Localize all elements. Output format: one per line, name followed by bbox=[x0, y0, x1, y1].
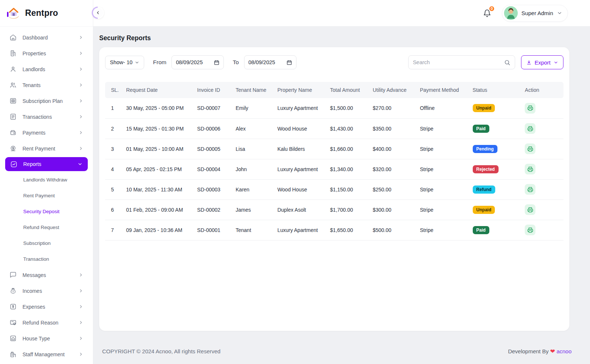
column-header: Status bbox=[471, 82, 523, 98]
sidebar-item-label: Messages bbox=[22, 272, 73, 278]
cell-total: $1,500.00 bbox=[328, 98, 371, 118]
cell-date: 10 Mar, 2025 - 11:30 AM bbox=[124, 179, 195, 200]
sidebar-item-properties[interactable]: Properties bbox=[0, 45, 93, 61]
top-header: 0 Super Admin bbox=[93, 0, 590, 26]
to-date-input[interactable] bbox=[249, 59, 284, 65]
print-button[interactable] bbox=[525, 164, 535, 174]
incomes-icon bbox=[10, 287, 17, 294]
table-toolbar: Show- 10 From To bbox=[99, 47, 569, 77]
sidebar: Rentpro DashboardPropertiesLandlordsTena… bbox=[0, 0, 93, 364]
sidebar-collapse-button[interactable] bbox=[92, 7, 104, 19]
show-entries-value: Show- 10 bbox=[110, 59, 132, 65]
chevron-right-icon bbox=[79, 304, 83, 309]
sidebar-item-label: Reports bbox=[23, 161, 72, 167]
page-footer: COPYRIGHT © 2024 Acnoo, All rights Reser… bbox=[93, 341, 590, 364]
acnoo-link[interactable]: acnoo bbox=[556, 348, 572, 354]
table-row: 215 May, 2025 - 01:30 PMSD-00006AlexWood… bbox=[105, 118, 563, 139]
status-badge: Paid bbox=[473, 226, 489, 234]
cell-property: Wood House bbox=[275, 179, 328, 200]
calendar-icon[interactable] bbox=[287, 60, 292, 65]
sidebar-item-transactions[interactable]: Transactions bbox=[0, 109, 93, 125]
search-icon[interactable] bbox=[504, 59, 510, 66]
cell-status: Pending bbox=[471, 139, 523, 159]
sidebar-item-subscription-plan[interactable]: Subscription Plan bbox=[0, 93, 93, 109]
cell-utility: $350.00 bbox=[371, 118, 418, 139]
cell-action bbox=[523, 220, 563, 240]
chevron-right-icon bbox=[79, 114, 83, 119]
cell-property: Luxury Apartment bbox=[275, 98, 328, 118]
house-type-icon bbox=[10, 335, 17, 342]
print-button[interactable] bbox=[525, 204, 535, 215]
sidebar-item-dashboard[interactable]: Dashboard bbox=[0, 30, 93, 45]
from-date-input[interactable] bbox=[176, 59, 211, 65]
print-button[interactable] bbox=[525, 103, 535, 114]
print-button[interactable] bbox=[525, 184, 535, 195]
chevron-right-icon bbox=[79, 273, 83, 277]
cell-tenant: Alex bbox=[233, 118, 275, 139]
sidebar-item-rent-payment[interactable]: Rent Payment bbox=[0, 141, 93, 156]
submenu-item-security-deposit[interactable]: Security Deposit bbox=[0, 204, 93, 219]
column-header: Utility Advance bbox=[371, 82, 418, 98]
cell-date: 05 Apr, 2025 - 02:15 PM bbox=[124, 159, 195, 179]
cell-sl: 2 bbox=[105, 118, 124, 139]
cell-property: Wood House bbox=[275, 118, 328, 139]
security-reports-table: SL.Request DateInvoice IDTenant NameProp… bbox=[105, 82, 563, 240]
submenu-item-subscription[interactable]: Subscription bbox=[0, 235, 93, 251]
messages-icon bbox=[10, 271, 17, 278]
printer-icon bbox=[527, 207, 533, 213]
cell-utility: $320.00 bbox=[371, 159, 418, 179]
sidebar-item-label: Rent Payment bbox=[22, 146, 73, 152]
chevron-down-icon bbox=[553, 60, 558, 65]
sidebar-item-refund-reason[interactable]: Refund Reason bbox=[0, 315, 93, 330]
landlord-icon bbox=[10, 66, 17, 73]
table-row: 709 Jan, 2025 - 10:36 AMSD-00001TenantLu… bbox=[105, 220, 563, 240]
sidebar-item-label: Staff Management bbox=[22, 351, 73, 357]
submenu-item-landlords-withdraw[interactable]: Landlords Withdraw bbox=[0, 172, 93, 188]
from-label: From bbox=[153, 59, 166, 66]
submenu-item-rent-payment[interactable]: Rent Payment bbox=[0, 188, 93, 204]
table-row: 405 Apr, 2025 - 02:15 PMSD-00004JohnLuxu… bbox=[105, 159, 563, 179]
printer-icon bbox=[527, 146, 533, 152]
sidebar-item-incomes[interactable]: Incomes bbox=[0, 283, 93, 299]
sidebar-item-landlords[interactable]: Landlords bbox=[0, 61, 93, 77]
sidebar-item-staff-management[interactable]: Staff Management bbox=[0, 346, 93, 362]
cell-property: Luxury Apartment bbox=[275, 159, 328, 179]
cell-action bbox=[523, 200, 563, 220]
calendar-icon[interactable] bbox=[214, 60, 219, 65]
sidebar-item-tenants[interactable]: Tenants bbox=[0, 77, 93, 93]
sidebar-item-messages[interactable]: Messages bbox=[0, 267, 93, 283]
cell-invoice: SD-00006 bbox=[195, 118, 233, 139]
chevron-down-icon bbox=[77, 162, 83, 167]
subscription-plan-icon bbox=[10, 97, 17, 104]
table-row: 130 May, 2025 - 05:00 PMSD-00007EmilyLux… bbox=[105, 98, 563, 118]
submenu-item-refund-request[interactable]: Refund Request bbox=[0, 219, 93, 235]
submenu-item-transaction[interactable]: Transaction bbox=[0, 251, 93, 267]
heart-icon: ❤ bbox=[550, 348, 555, 355]
sidebar-item-house-type[interactable]: House Type bbox=[0, 330, 93, 346]
export-button[interactable]: Export bbox=[521, 55, 563, 69]
chevron-right-icon bbox=[79, 83, 83, 87]
cell-invoice: SD-00004 bbox=[195, 159, 233, 179]
print-button[interactable] bbox=[525, 123, 535, 134]
search-input[interactable] bbox=[413, 59, 501, 65]
notifications-button[interactable]: 0 bbox=[479, 5, 495, 21]
sidebar-item-reports[interactable]: Reports bbox=[5, 157, 88, 171]
print-button[interactable] bbox=[525, 225, 535, 235]
cell-date: 09 Jan, 2025 - 10:36 AM bbox=[124, 220, 195, 240]
download-icon bbox=[526, 60, 532, 65]
cell-tenant: Karen bbox=[233, 179, 275, 200]
chevron-right-icon bbox=[79, 352, 83, 357]
reports-icon bbox=[10, 161, 17, 168]
user-menu[interactable]: Super Admin bbox=[502, 5, 568, 22]
sidebar-item-expenses[interactable]: Expenses bbox=[0, 299, 93, 315]
cell-utility: $270.00 bbox=[371, 98, 418, 118]
cell-total: $1,650.00 bbox=[328, 220, 371, 240]
show-entries-select[interactable]: Show- 10 bbox=[105, 56, 144, 69]
print-button[interactable] bbox=[525, 143, 535, 154]
expenses-icon bbox=[10, 303, 17, 310]
chevron-down-icon bbox=[557, 10, 562, 16]
cell-method: Stripe bbox=[418, 220, 471, 240]
sidebar-item-payments[interactable]: Payments bbox=[0, 125, 93, 141]
brand-logo[interactable]: Rentpro bbox=[0, 0, 93, 27]
printer-icon bbox=[527, 187, 533, 193]
